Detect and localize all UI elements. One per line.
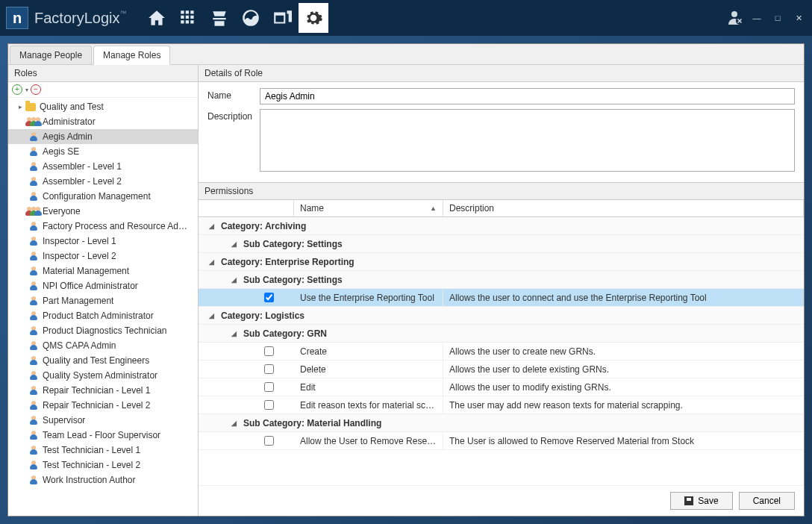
category-row[interactable]: ◢Category: Archiving (199, 217, 804, 235)
save-button[interactable]: Save (670, 492, 732, 510)
svg-point-0 (731, 11, 737, 17)
tree-item[interactable]: Factory Process and Resource Admi... (8, 219, 198, 234)
permission-row[interactable]: Edit reason texts for material scra...Th… (199, 396, 804, 414)
tree-item[interactable]: Aegis SE (8, 144, 198, 159)
permission-name: Delete (294, 361, 443, 378)
permission-checkbox[interactable] (264, 382, 274, 392)
column-description[interactable]: Description (443, 200, 804, 216)
roles-sidebar: Roles + ▾ − ▸Quality and TestAdministrat… (8, 65, 199, 516)
subcategory-row[interactable]: ◢Sub Category: Material Handling (199, 414, 804, 432)
permission-desc: Allows the user to modify existing GRNs. (443, 379, 804, 396)
permission-desc: The user may add new reason texts for ma… (443, 397, 804, 414)
subcategory-row[interactable]: ◢Sub Category: Settings (199, 235, 804, 253)
permission-checkbox[interactable] (264, 436, 274, 446)
roles-header: Roles (8, 65, 198, 82)
tree-item[interactable]: Product Batch Administrator (8, 308, 198, 323)
permission-row[interactable]: Allow the User to Remove Reserve...The U… (199, 432, 804, 450)
permission-name: Edit (294, 379, 443, 396)
permission-checkbox[interactable] (264, 364, 274, 374)
gear-icon[interactable] (299, 3, 328, 33)
cancel-button[interactable]: Cancel (739, 492, 795, 510)
permission-name: Use the Enterprise Reporting Tool (294, 290, 443, 306)
minimize-button[interactable]: — (749, 10, 764, 25)
permission-name: Create (294, 343, 443, 360)
bundle-icon[interactable] (204, 3, 234, 33)
save-icon (684, 496, 693, 505)
tree-item[interactable]: Assembler - Level 2 (8, 174, 198, 189)
footer-actions: Save Cancel (199, 485, 804, 516)
tree-item[interactable]: Assembler - Level 1 (8, 159, 198, 174)
titlebar: n FactoryLogix™ — □ ✕ (0, 0, 812, 36)
permission-row[interactable]: Use the Enterprise Reporting ToolAllows … (199, 289, 804, 307)
roles-toolbar: + ▾ − (8, 82, 198, 98)
permissions-grid[interactable]: ◢Category: Archiving◢Sub Category: Setti… (199, 217, 804, 485)
permission-name: Allow the User to Remove Reserve... (294, 433, 443, 449)
tree-item[interactable]: Configuration Management (8, 189, 198, 204)
description-label: Description (207, 109, 260, 122)
category-row[interactable]: ◢Category: Enterprise Reporting (199, 253, 804, 271)
subcategory-row[interactable]: ◢Sub Category: Settings (199, 271, 804, 289)
column-name[interactable]: Name▲ (294, 200, 443, 216)
tree-item[interactable]: Aegis Admin (8, 129, 198, 144)
column-checkbox[interactable] (199, 200, 294, 216)
main-toolbar (142, 3, 328, 33)
permissions-grid-header: Name▲ Description (199, 200, 804, 217)
tree-item[interactable]: Quality System Administrator (8, 368, 198, 383)
add-role-button[interactable]: + (12, 84, 22, 95)
permissions-header: Permissions (199, 183, 804, 200)
tree-item[interactable]: Material Management (8, 263, 198, 278)
globe-icon[interactable] (236, 3, 266, 33)
tree-item[interactable]: Test Technician - Level 2 (8, 458, 198, 472)
sort-asc-icon: ▲ (430, 205, 437, 212)
tree-item[interactable]: Repair Technician - Level 1 (8, 383, 198, 398)
category-row[interactable]: ◢Category: Logistics (199, 307, 804, 325)
tab-bar: Manage PeopleManage Roles (8, 44, 804, 65)
permission-row[interactable]: DeleteAllows the user to delete existing… (199, 361, 804, 378)
tree-item[interactable]: Inspector - Level 1 (8, 234, 198, 249)
tab-manage-people[interactable]: Manage People (10, 46, 92, 64)
tree-item[interactable]: Test Technician - Level 1 (8, 443, 198, 458)
permission-checkbox[interactable] (264, 293, 274, 302)
permission-checkbox[interactable] (264, 346, 274, 356)
tree-item[interactable]: Part Management (8, 293, 198, 308)
tree-item[interactable]: Product Diagnostics Technician (8, 323, 198, 338)
app-name: FactoryLogix™ (34, 10, 127, 27)
name-label: Name (207, 88, 260, 101)
tree-item[interactable]: Quality and Test Engineers (8, 353, 198, 368)
maximize-button[interactable]: □ (770, 10, 785, 25)
home-icon[interactable] (142, 3, 172, 33)
name-input[interactable] (260, 88, 795, 105)
app-logo: n FactoryLogix™ (6, 7, 127, 29)
tree-item[interactable]: Supervisor (8, 413, 198, 428)
details-header: Details of Role (199, 65, 804, 82)
user-icon[interactable] (725, 8, 743, 28)
tree-item[interactable]: NPI Office Administrator (8, 278, 198, 293)
close-button[interactable]: ✕ (791, 10, 806, 25)
permission-row[interactable]: EditAllows the user to modify existing G… (199, 378, 804, 396)
permission-checkbox[interactable] (264, 400, 274, 410)
roles-tree[interactable]: ▸Quality and TestAdministratorAegis Admi… (8, 98, 198, 516)
description-input[interactable] (260, 109, 795, 172)
permission-desc: The User is allowed to Remove Reserved M… (443, 433, 804, 449)
tree-item[interactable]: Administrator (8, 114, 198, 129)
tree-item[interactable]: Everyone (8, 204, 198, 219)
permission-desc: Allows the user to delete existing GRNs. (443, 361, 804, 378)
window-icon[interactable] (267, 3, 297, 33)
tree-root[interactable]: ▸Quality and Test (8, 99, 198, 114)
tree-item[interactable]: Repair Technician - Level 2 (8, 398, 198, 413)
permission-desc: Allows the user to connect and use the E… (443, 290, 804, 306)
grid-icon[interactable] (173, 3, 203, 33)
tree-item[interactable]: Work Instruction Author (8, 472, 198, 487)
add-dropdown-arrow[interactable]: ▾ (25, 87, 28, 93)
tree-item[interactable]: Team Lead - Floor Supervisor (8, 428, 198, 443)
tab-manage-roles[interactable]: Manage Roles (93, 46, 170, 65)
permission-desc: Allows the user to create new GRNs. (443, 343, 804, 360)
subcategory-row[interactable]: ◢Sub Category: GRN (199, 325, 804, 343)
logo-icon: n (6, 7, 28, 29)
permission-name: Edit reason texts for material scra... (294, 397, 443, 414)
tree-item[interactable]: QMS CAPA Admin (8, 338, 198, 353)
tree-item[interactable]: Inspector - Level 2 (8, 249, 198, 263)
permission-row[interactable]: CreateAllows the user to create new GRNs… (199, 343, 804, 361)
delete-role-button[interactable]: − (31, 84, 41, 95)
